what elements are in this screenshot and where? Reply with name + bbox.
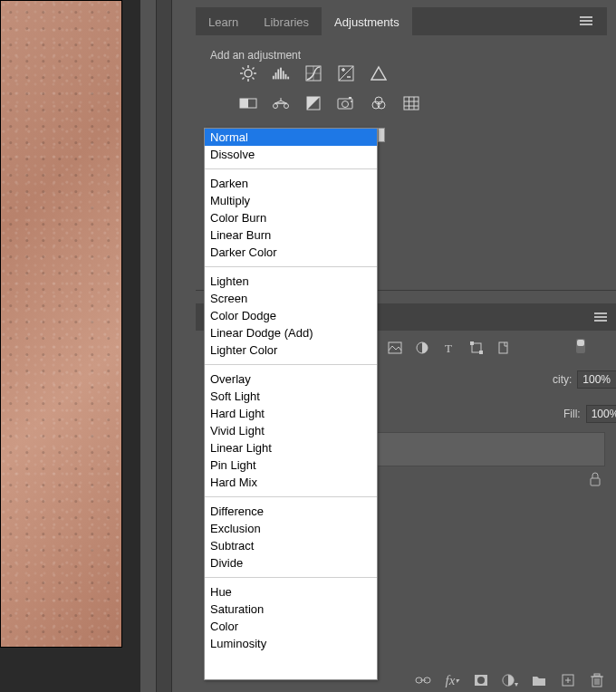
filter-image-icon[interactable] [388,341,402,355]
levels-icon[interactable] [272,65,290,82]
blend-mode-soft-light[interactable]: Soft Light [205,388,377,405]
filter-adjustment-icon[interactable] [415,341,429,355]
svg-rect-26 [240,99,248,108]
blend-mode-linear-burn[interactable]: Linear Burn [205,226,377,244]
opacity-input[interactable]: 100% [577,370,616,389]
svg-line-5 [243,68,245,70]
blend-mode-color-burn[interactable]: Color Burn [205,209,377,226]
adjustment-icons-row-2 [239,95,420,111]
blend-mode-luminosity[interactable]: Luminosity [205,635,377,652]
layer-style-icon[interactable]: fx▾ [444,672,460,688]
svg-line-8 [253,68,255,70]
blend-mode-subtract[interactable]: Subtract [205,537,377,554]
black-white-icon[interactable] [304,95,322,111]
dropdown-scroll-handle[interactable] [378,128,385,142]
filter-type-icon[interactable]: T [442,341,457,355]
fill-row: Fill: 100% [563,405,616,423]
color-lookup-icon[interactable] [370,95,388,111]
svg-marker-24 [371,67,386,80]
opacity-row: city: 100% [553,370,616,389]
lock-icon[interactable] [589,472,602,489]
svg-rect-35 [349,97,351,99]
svg-line-7 [243,78,245,80]
tab-adjustments[interactable]: Adjustments [322,7,412,35]
panel-divider[interactable] [156,0,172,692]
blend-mode-lighten[interactable]: Lighten [205,273,377,290]
blend-mode-hard-light[interactable]: Hard Light [205,405,377,422]
canvas-area [0,0,140,692]
filter-smartobject-icon[interactable] [496,341,511,355]
filter-shape-icon[interactable] [469,341,484,355]
svg-rect-15 [287,77,289,80]
svg-rect-52 [591,478,600,485]
blend-mode-separator [205,364,377,365]
blend-mode-linear-light[interactable]: Linear Light [205,439,377,457]
blend-mode-hard-mix[interactable]: Hard Mix [205,474,377,491]
blend-mode-divide[interactable]: Divide [205,554,377,572]
svg-marker-32 [307,97,320,110]
svg-line-6 [253,78,255,80]
channel-mixer-icon[interactable] [239,95,257,111]
blend-mode-separator [205,168,377,169]
svg-rect-67 [594,674,600,676]
svg-point-34 [342,101,349,108]
blend-mode-overlay[interactable]: Overlay [205,370,377,388]
panel-menu-icon[interactable] [580,16,594,25]
svg-point-28 [274,104,278,109]
blend-mode-separator [205,266,377,267]
tab-libraries[interactable]: Libraries [251,7,322,35]
exposure-icon[interactable] [337,65,355,82]
color-balance-icon[interactable] [272,95,290,111]
fill-label: Fill: [563,408,581,420]
add-adjustment-label: Add an adjustment [210,49,301,62]
layers-panel-menu-icon[interactable] [594,312,607,314]
delete-layer-icon[interactable] [589,672,605,688]
blend-mode-darker-color[interactable]: Darker Color [205,244,377,261]
blend-mode-vivid-light[interactable]: Vivid Light [205,422,377,439]
blend-mode-darken[interactable]: Darken [205,175,377,192]
blend-mode-color-dodge[interactable]: Color Dodge [205,307,377,324]
blend-mode-dissolve[interactable]: Dissolve [205,146,377,163]
vibrance-icon[interactable] [370,65,388,82]
blend-mode-multiply[interactable]: Multiply [205,192,377,209]
layer-row[interactable] [377,432,605,466]
blend-mode-color[interactable]: Color [205,618,377,635]
adjustment-icons-row-1 [239,65,388,82]
new-layer-icon[interactable] [560,672,576,688]
tab-learn[interactable]: Learn [196,7,251,35]
blend-mode-dropdown[interactable]: NormalDissolveDarkenMultiplyColor BurnLi… [204,128,378,680]
svg-point-36 [351,101,352,102]
blend-mode-hue[interactable]: Hue [205,583,377,601]
svg-rect-14 [285,74,287,79]
blend-mode-difference[interactable]: Difference [205,503,377,520]
svg-line-20 [339,66,353,81]
svg-rect-50 [479,351,483,354]
brightness-contrast-icon[interactable] [239,65,257,82]
blend-mode-separator [205,577,377,578]
curves-icon[interactable] [304,65,322,82]
blend-mode-exclusion[interactable]: Exclusion [205,520,377,537]
blend-mode-linear-dodge-add-[interactable]: Linear Dodge (Add) [205,324,377,341]
svg-rect-13 [283,71,284,79]
add-mask-icon[interactable] [473,672,489,688]
document-canvas[interactable] [0,0,122,648]
blend-mode-lighter-color[interactable]: Lighter Color [205,341,377,359]
new-adjustment-layer-icon[interactable]: ▾ [502,672,518,688]
photo-filter-icon[interactable] [337,95,355,111]
link-layers-icon[interactable] [415,672,431,688]
svg-point-57 [477,677,485,684]
blend-mode-screen[interactable]: Screen [205,290,377,307]
blend-mode-pin-light[interactable]: Pin Light [205,457,377,474]
svg-rect-11 [277,69,279,79]
layer-filter-row: T [361,336,596,360]
svg-rect-9 [273,76,274,80]
svg-rect-12 [280,68,282,80]
posterize-icon[interactable] [402,95,420,111]
layers-bottom-toolbar: fx▾ ▾ [415,672,605,688]
blend-mode-normal[interactable]: Normal [205,129,377,146]
fill-input[interactable]: 100% [586,405,616,423]
svg-rect-49 [470,341,474,345]
new-group-icon[interactable] [531,672,547,688]
blend-mode-saturation[interactable]: Saturation [205,601,377,618]
filter-toggle[interactable] [576,339,585,353]
